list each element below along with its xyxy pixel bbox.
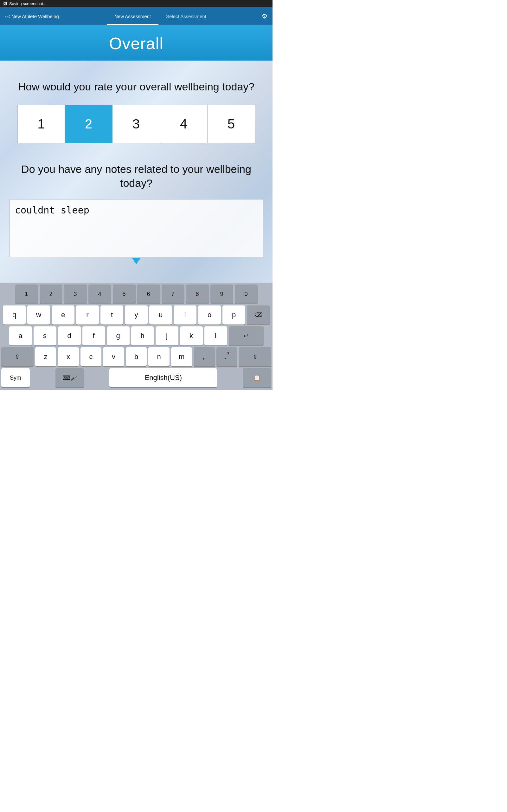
gear-icon: ⚙ (262, 13, 268, 20)
key-9[interactable]: 9 (210, 285, 233, 304)
key-u[interactable]: u (149, 305, 172, 324)
keyboard-row-asdf: a s d f g h j k l ↵ (1, 326, 271, 345)
key-e[interactable]: e (52, 305, 74, 324)
screenshot-icon: 🖼 (3, 1, 7, 6)
keyboard-row-numbers: 1 2 3 4 5 6 7 8 9 0 (1, 285, 271, 304)
page-title: Overall (0, 34, 273, 53)
key-shift-right[interactable]: ⇧ (239, 347, 271, 366)
notes-wrapper (9, 199, 263, 258)
key-o[interactable]: o (198, 305, 221, 324)
key-sym[interactable]: Sym (1, 368, 30, 387)
backspace-icon: ⌫ (255, 311, 262, 318)
back-icon: ‹ (5, 14, 7, 19)
key-a[interactable]: a (9, 326, 32, 345)
enter-icon: ↵ (244, 333, 248, 339)
key-x[interactable]: x (58, 347, 79, 366)
key-g[interactable]: g (107, 326, 130, 345)
shift-icon: ⇧ (15, 353, 20, 360)
key-period[interactable]: .? (216, 347, 238, 366)
key-1[interactable]: 1 (15, 285, 38, 304)
key-space[interactable]: English(US) (109, 368, 217, 387)
keyboard-icon: ⌨ (62, 374, 71, 381)
key-comma[interactable]: ,! (193, 347, 215, 366)
key-v[interactable]: v (103, 347, 124, 366)
key-y[interactable]: y (125, 305, 148, 324)
tab-group: New Assessment Select Assessment (61, 7, 259, 25)
key-3[interactable]: 3 (64, 285, 87, 304)
tab-bar: ‹ < New Athlete Wellbeing New Assessment… (0, 7, 273, 25)
rating-5[interactable]: 5 (208, 105, 255, 143)
back-label: < New Athlete Wellbeing (7, 14, 59, 19)
key-f[interactable]: f (82, 326, 105, 345)
key-t[interactable]: t (101, 305, 123, 324)
tab-select-assessment[interactable]: Select Assessment (158, 7, 214, 25)
key-enter[interactable]: ↵ (229, 326, 264, 345)
question2-text: Do you have any notes related to your we… (9, 162, 263, 190)
back-button[interactable]: ‹ < New Athlete Wellbeing (3, 14, 61, 19)
key-c[interactable]: c (80, 347, 102, 366)
keyboard-bottom-row: Sym ⌨ 🎤 English(US) 📋 (1, 368, 271, 387)
tab-new-assessment[interactable]: New Assessment (107, 7, 158, 25)
key-p[interactable]: p (222, 305, 245, 324)
rating-1[interactable]: 1 (17, 105, 65, 143)
header-band: Overall (0, 25, 273, 61)
key-k[interactable]: k (180, 326, 203, 345)
settings-button[interactable]: ⚙ (259, 12, 270, 20)
key-h[interactable]: h (131, 326, 154, 345)
keyboard: 1 2 3 4 5 6 7 8 9 0 q w e r t y u i o p … (0, 283, 273, 390)
key-7[interactable]: 7 (162, 285, 184, 304)
rating-3[interactable]: 3 (112, 105, 160, 143)
keyboard-row-zxcv: ⇧ z x c v b n m ,! .? ⇧ (1, 347, 271, 366)
key-shift-left[interactable]: ⇧ (1, 347, 34, 366)
key-backspace[interactable]: ⌫ (247, 305, 270, 324)
key-q[interactable]: q (3, 305, 26, 324)
cursor-indicator (132, 258, 141, 264)
notes-input[interactable] (9, 199, 263, 257)
key-6[interactable]: 6 (137, 285, 160, 304)
key-m[interactable]: m (171, 347, 192, 366)
key-d[interactable]: d (58, 326, 81, 345)
key-s[interactable]: s (34, 326, 56, 345)
rating-2[interactable]: 2 (65, 105, 112, 143)
key-8[interactable]: 8 (186, 285, 209, 304)
layout-icon: 📋 (253, 374, 261, 381)
key-l[interactable]: l (205, 326, 227, 345)
rating-row: 1 2 3 4 5 (9, 105, 263, 143)
key-layout[interactable]: 📋 (243, 368, 271, 387)
mic-icon: 🎤 (71, 375, 77, 381)
key-keyboard[interactable]: ⌨ 🎤 (55, 368, 84, 387)
key-5[interactable]: 5 (113, 285, 135, 304)
key-i[interactable]: i (174, 305, 196, 324)
key-4[interactable]: 4 (89, 285, 111, 304)
key-j[interactable]: j (156, 326, 178, 345)
content-area: How would you rate your overall wellbein… (0, 61, 273, 283)
rating-4[interactable]: 4 (160, 105, 208, 143)
question1-text: How would you rate your overall wellbein… (9, 80, 263, 94)
key-w[interactable]: w (27, 305, 50, 324)
status-text: Saving screenshot... (9, 1, 47, 6)
key-r[interactable]: r (76, 305, 99, 324)
status-bar: 🖼 Saving screenshot... (0, 0, 273, 7)
key-b[interactable]: b (126, 347, 147, 366)
shift-right-icon: ⇧ (253, 353, 258, 360)
key-2[interactable]: 2 (40, 285, 62, 304)
key-n[interactable]: n (148, 347, 170, 366)
key-0[interactable]: 0 (235, 285, 258, 304)
key-z[interactable]: z (35, 347, 56, 366)
keyboard-row-qwerty: q w e r t y u i o p ⌫ (1, 305, 271, 324)
